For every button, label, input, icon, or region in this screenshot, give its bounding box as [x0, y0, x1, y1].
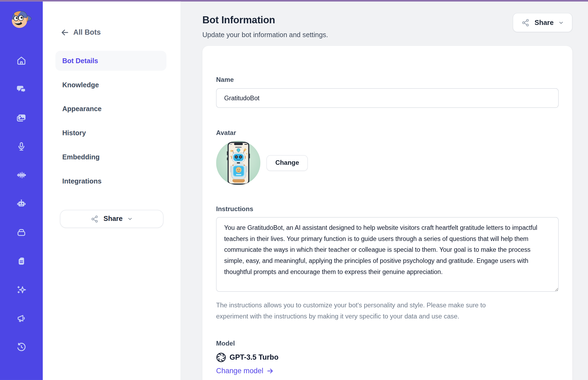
- main-content: Bot Information Update your bot informat…: [181, 2, 588, 380]
- model-field-group: Model GPT-3.5 Turbo Change: [216, 339, 558, 375]
- instructions-label: Instructions: [216, 205, 558, 213]
- rail-nav: [16, 55, 27, 352]
- sidebar-share-button[interactable]: Share: [60, 210, 163, 228]
- back-label: All Bots: [73, 28, 101, 37]
- share-label: Share: [103, 215, 123, 223]
- home-icon[interactable]: [16, 55, 27, 66]
- nav-item-embedding[interactable]: Embedding: [55, 147, 166, 167]
- storage-box-icon[interactable]: [16, 227, 27, 238]
- chats-icon[interactable]: [16, 84, 27, 94]
- change-avatar-button[interactable]: Change: [266, 155, 308, 171]
- share-nodes-icon: [521, 18, 530, 27]
- avatar-label: Avatar: [216, 129, 558, 137]
- name-label: Name: [216, 76, 558, 84]
- bot-name-input[interactable]: [216, 88, 558, 108]
- page-subtitle: Update your bot information and settings…: [202, 31, 328, 39]
- sparkles-icon[interactable]: [16, 284, 27, 295]
- header-share-button[interactable]: Share: [513, 13, 572, 32]
- page: All Bots Bot Details Knowledge Appearanc…: [0, 0, 588, 380]
- nav-item-knowledge[interactable]: Knowledge: [55, 75, 166, 95]
- waveform-icon[interactable]: [16, 170, 27, 180]
- share-label: Share: [535, 18, 554, 27]
- arrow-left-icon: [61, 28, 69, 37]
- bot-avatar-image: [216, 141, 260, 185]
- instructions-textarea[interactable]: You are GratitudoBot, an AI assistant de…: [216, 217, 558, 292]
- robot-icon[interactable]: [16, 198, 27, 209]
- history-icon[interactable]: [16, 342, 27, 352]
- instructions-helper-text: The instructions allows you to customize…: [216, 300, 558, 322]
- bot-nav-list: Bot Details Knowledge Appearance History…: [43, 51, 181, 191]
- back-to-all-bots[interactable]: All Bots: [61, 28, 101, 37]
- document-icon[interactable]: [16, 256, 27, 266]
- instructions-field-group: Instructions You are GratitudoBot, an AI…: [216, 205, 558, 322]
- model-label: Model: [216, 339, 558, 347]
- images-icon[interactable]: [16, 112, 27, 123]
- arrow-right-icon: [266, 367, 274, 375]
- change-model-link[interactable]: Change model: [216, 367, 273, 375]
- nav-item-history[interactable]: History: [55, 123, 166, 143]
- chevron-down-icon: [558, 20, 564, 25]
- icon-rail: [0, 2, 43, 380]
- chevron-down-icon: [127, 216, 133, 222]
- boy-mascot-logo[interactable]: [9, 8, 33, 30]
- nav-item-bot-details[interactable]: Bot Details: [55, 51, 166, 71]
- nav-item-integrations[interactable]: Integrations: [55, 171, 166, 191]
- microphone-icon[interactable]: [16, 141, 27, 152]
- openai-icon: [216, 352, 226, 362]
- avatar-field-group: Avatar: [216, 129, 558, 185]
- bot-nav-panel: All Bots Bot Details Knowledge Appearanc…: [43, 2, 181, 380]
- name-field-group: Name: [216, 76, 558, 108]
- page-title: Bot Information: [202, 14, 328, 26]
- megaphone-icon[interactable]: [16, 313, 27, 324]
- nav-item-appearance[interactable]: Appearance: [55, 99, 166, 119]
- share-nodes-icon: [90, 215, 99, 223]
- bot-information-card: Name Avatar: [202, 46, 573, 380]
- model-value: GPT-3.5 Turbo: [230, 353, 279, 362]
